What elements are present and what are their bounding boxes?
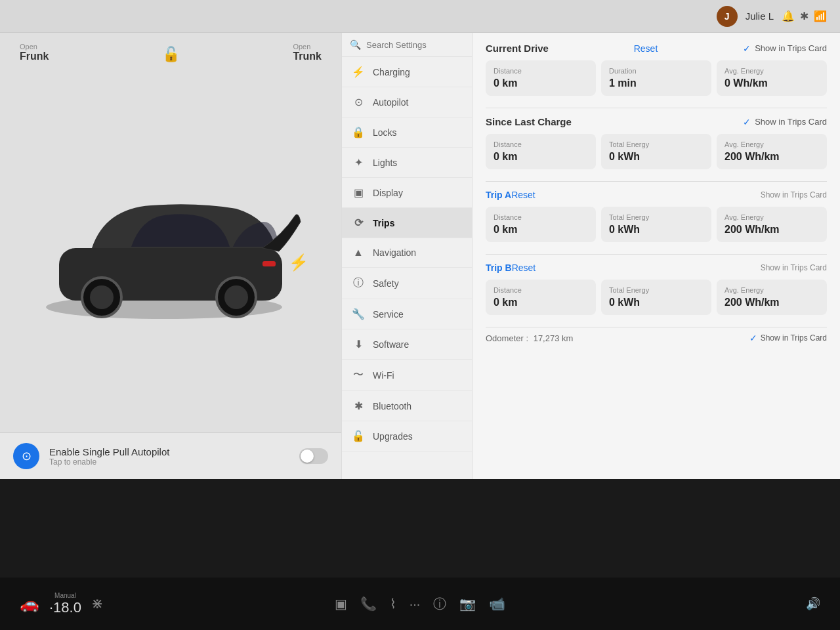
autopilot-title: Enable Single Pull Autopilot (49, 446, 169, 457)
trip-b-reset[interactable]: Reset (512, 262, 536, 273)
menu-item-wi-fi[interactable]: 〜 Wi-Fi (342, 360, 472, 391)
menu-item-navigation[interactable]: ▲ Navigation (342, 238, 472, 268)
menu-icon-upgrades: 🔓 (352, 430, 365, 442)
trip-a-reset[interactable]: Reset (511, 190, 536, 200)
menu-label-charging: Charging (373, 67, 410, 77)
camera-icon[interactable]: 📷 (459, 596, 476, 612)
bluetooth-icon: ✱ (800, 10, 808, 22)
signal-icon: 📶 (814, 10, 827, 22)
volume-icon[interactable]: 🔊 (806, 597, 820, 611)
current-drive-title: Current Drive (486, 43, 549, 54)
trip-a-header: Trip A Reset Show in Trips Card (486, 190, 827, 200)
trip-b-section: Trip B Reset Show in Trips Card Distance… (486, 262, 827, 315)
menu-icon-bluetooth: ✱ (352, 400, 365, 412)
taskbar-center: ▣ 📞 ⌇ ··· ⓘ 📷 📹 (287, 595, 554, 613)
menu-items-list: ⚡ Charging ⊙ Autopilot 🔒 Locks ✦ Lights … (342, 57, 472, 479)
car-icon-taskbar[interactable]: 🚗 (20, 595, 39, 613)
top-icons: 🔔 ✱ 📶 (782, 10, 827, 22)
lock-label: 🔓 (162, 43, 180, 63)
menu-item-locks[interactable]: 🔒 Locks (342, 117, 472, 148)
current-drive-reset[interactable]: Reset (634, 43, 658, 54)
menu-item-bluetooth[interactable]: ✱ Bluetooth (342, 391, 472, 421)
menu-label-wi-fi: Wi-Fi (373, 370, 394, 381)
divider-3 (486, 254, 827, 255)
menu-label-autopilot: Autopilot (373, 97, 408, 108)
car-visual: ⚡ (0, 63, 341, 432)
divider-1 (486, 108, 827, 108)
menu-icon-lights: ✦ (352, 156, 365, 169)
trip-a-total-energy: Total Energy 0 kWh (601, 207, 711, 242)
trip-b-avg-energy: Avg. Energy 200 Wh/km (717, 280, 827, 315)
fan-icon[interactable]: ⋇ (91, 595, 103, 612)
trip-b-total-energy: Total Energy 0 kWh (601, 280, 711, 315)
divider-2 (486, 181, 827, 182)
since-last-charge-stats: Distance 0 km Total Energy 0 kWh Avg. En… (486, 134, 827, 169)
info-icon[interactable]: ⓘ (433, 595, 446, 613)
menu-item-display[interactable]: ▣ Display (342, 178, 472, 208)
trunk-label[interactable]: Open Trunk (293, 43, 322, 63)
more-icon[interactable]: ··· (410, 597, 421, 612)
menu-item-lights[interactable]: ✦ Lights (342, 148, 472, 178)
autopilot-toggle[interactable] (299, 448, 328, 464)
since-last-charge-header: Since Last Charge ✓ Show in Trips Card (486, 116, 827, 127)
dashcam-icon[interactable]: 📹 (489, 596, 505, 612)
search-icon: 🔍 (350, 39, 361, 50)
since-last-charge-avg-energy: Avg. Energy 200 Wh/km (717, 134, 827, 169)
trip-b-stats: Distance 0 km Total Energy 0 kWh Avg. En… (486, 280, 827, 315)
autopilot-subtitle: Tap to enable (49, 457, 169, 467)
top-bar-right: J Julie L 🔔 ✱ 📶 (717, 6, 827, 27)
trip-a-avg-energy: Avg. Energy 200 Wh/km (717, 207, 827, 242)
trip-a-section: Trip A Reset Show in Trips Card Distance… (486, 190, 827, 242)
svg-rect-6 (262, 261, 276, 266)
menu-label-display: Display (373, 188, 403, 198)
trip-a-show-trips: Show in Trips Card (761, 190, 827, 200)
since-last-charge-show-label: Show in Trips Card (755, 117, 827, 127)
menu-item-trips[interactable]: ⟳ Trips (342, 208, 472, 238)
menu-icon-trips: ⟳ (352, 217, 365, 229)
trip-b-show-label: Show in Trips Card (761, 263, 827, 272)
odometer-checkmark-icon: ✓ (749, 333, 757, 343)
trip-b-header: Trip B Reset Show in Trips Card (486, 262, 827, 273)
wiper-icon[interactable]: ⌇ (390, 596, 396, 612)
trip-b-show-trips: Show in Trips Card (761, 263, 827, 272)
menu-label-safety: Safety (373, 278, 399, 289)
media-icon[interactable]: ▣ (335, 596, 347, 612)
since-last-charge-distance: Distance 0 km (486, 134, 596, 169)
autopilot-icon: ⊙ (13, 443, 39, 469)
temp-display: Manual ·18.0 (49, 592, 81, 616)
odometer-show-trips: ✓ Show in Trips Card (749, 333, 827, 343)
avatar: J (717, 6, 738, 27)
menu-item-autopilot[interactable]: ⊙ Autopilot (342, 87, 472, 117)
menu-item-software[interactable]: ⬇ Software (342, 329, 472, 360)
trip-a-stats: Distance 0 km Total Energy 0 kWh Avg. En… (486, 207, 827, 242)
taskbar: 🚗 Manual ·18.0 ⋇ ▣ 📞 ⌇ ··· ⓘ 📷 📹 🔊 (0, 578, 840, 630)
menu-label-software: Software (373, 339, 409, 350)
phone-icon[interactable]: 📞 (360, 596, 377, 612)
menu-item-charging[interactable]: ⚡ Charging (342, 57, 472, 87)
trip-a-show-label: Show in Trips Card (761, 190, 827, 200)
current-drive-avg-energy: Avg. Energy 0 Wh/km (717, 60, 827, 96)
menu-icon-autopilot: ⊙ (352, 96, 365, 108)
search-input[interactable] (366, 40, 464, 50)
current-drive-stats: Distance 0 km Duration 1 min Avg. Energy… (486, 60, 827, 96)
menu-icon-charging: ⚡ (352, 66, 365, 78)
menu-icon-software: ⬇ (352, 338, 365, 350)
odometer-row: Odometer : 17,273 km ✓ Show in Trips Car… (486, 327, 827, 343)
current-drive-duration: Duration 1 min (601, 60, 711, 96)
current-drive-distance: Distance 0 km (486, 60, 596, 96)
trip-b-distance: Distance 0 km (486, 280, 596, 315)
search-bar: 🔍 (342, 33, 472, 57)
menu-icon-locks: 🔒 (352, 126, 365, 138)
bell-icon[interactable]: 🔔 (782, 10, 795, 22)
taskbar-left: 🚗 Manual ·18.0 ⋇ (20, 592, 287, 616)
frunk-label[interactable]: Open Frunk (20, 43, 49, 63)
odometer-text: Odometer : 17,273 km (486, 333, 573, 343)
username-label: Julie L (746, 10, 774, 22)
menu-icon-wi-fi: 〜 (352, 368, 365, 382)
menu-item-safety[interactable]: ⓘ Safety (342, 268, 472, 299)
menu-item-service[interactable]: 🔧 Service (342, 299, 472, 329)
menu-label-locks: Locks (373, 127, 397, 138)
trips-panel: Current Drive Reset ✓ Show in Trips Card… (472, 33, 840, 479)
current-drive-section: Current Drive Reset ✓ Show in Trips Card… (486, 43, 827, 96)
menu-item-upgrades[interactable]: 🔓 Upgrades (342, 421, 472, 452)
